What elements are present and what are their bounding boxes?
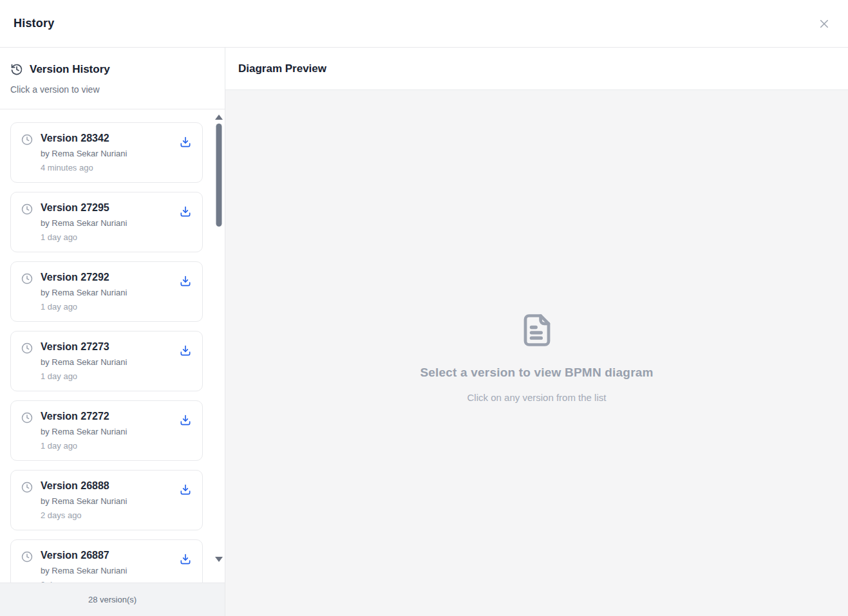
download-button[interactable] [178,552,193,567]
clock-icon [21,481,33,493]
empty-state-title: Select a version to view BPMN diagram [420,366,653,380]
version-history-header: Version History Click a version to view [0,48,225,109]
preview-content: Select a version to view BPMN diagram Cl… [225,90,848,616]
download-icon [179,414,192,427]
version-time: 2 days ago [41,579,178,583]
version-author: by Rema Sekar Nuriani [41,496,178,507]
panel-subtitle: Click a version to view [10,84,214,95]
version-card[interactable]: Version 27295 by Rema Sekar Nuriani 1 da… [10,192,203,252]
version-card[interactable]: Version 28342 by Rema Sekar Nuriani 4 mi… [10,122,203,183]
version-title: Version 27292 [41,271,178,284]
version-title: Version 28342 [41,132,178,145]
version-time: 1 day ago [41,371,178,382]
version-time: 2 days ago [41,510,178,521]
download-icon [179,344,192,357]
file-text-icon [520,313,554,348]
version-author: by Rema Sekar Nuriani [41,148,178,159]
version-title: Version 27273 [41,341,178,353]
scrollbar-thumb[interactable] [216,124,222,227]
version-author: by Rema Sekar Nuriani [41,357,178,368]
download-icon [179,483,192,496]
download-button[interactable] [178,204,193,219]
version-time: 1 day ago [41,301,178,312]
download-icon [179,553,192,566]
version-time: 1 day ago [41,232,178,243]
clock-icon [21,203,33,215]
diagram-preview-panel: Diagram Preview Select a version to view… [225,48,848,616]
preview-title: Diagram Preview [238,62,326,75]
download-button[interactable] [178,135,193,150]
clock-icon [21,412,33,424]
scroll-up-arrow[interactable] [215,115,223,120]
version-title: Version 26888 [41,480,178,492]
modal-body: Version History Click a version to view … [0,48,848,616]
version-history-panel: Version History Click a version to view … [0,48,225,616]
clock-icon [21,551,33,563]
version-title: Version 27295 [41,201,178,214]
version-card[interactable]: Version 26888 by Rema Sekar Nuriani 2 da… [10,470,203,530]
history-modal: History Ve [0,0,848,616]
empty-state-subtitle: Click on any version from the list [467,392,607,403]
modal-header: History [0,0,848,48]
download-icon [179,205,192,218]
panel-title: Version History [30,63,110,76]
scroll-down-arrow[interactable] [215,557,223,562]
modal-title: History [14,17,54,30]
close-button[interactable] [816,15,833,32]
download-button[interactable] [178,343,193,359]
download-icon [179,275,192,288]
version-author: by Rema Sekar Nuriani [41,426,178,437]
version-title: Version 27272 [41,410,178,423]
history-icon [10,63,23,76]
version-title: Version 26887 [41,549,178,562]
version-time: 4 minutes ago [41,162,178,173]
version-time: 1 day ago [41,440,178,451]
clock-icon [21,273,33,285]
clock-icon [21,134,33,145]
version-author: by Rema Sekar Nuriani [41,218,178,229]
scrollbar [215,113,223,583]
version-card[interactable]: Version 27272 by Rema Sekar Nuriani 1 da… [10,400,203,461]
clock-icon [21,342,33,354]
download-button[interactable] [178,482,193,498]
version-count: 28 version(s) [88,595,137,604]
download-button[interactable] [178,413,193,428]
preview-header: Diagram Preview [225,48,848,90]
version-author: by Rema Sekar Nuriani [41,565,178,576]
version-card[interactable]: Version 26887 by Rema Sekar Nuriani 2 da… [10,539,203,583]
empty-state: Select a version to view BPMN diagram Cl… [420,313,653,403]
version-count-footer: 28 version(s) [0,583,225,616]
version-card[interactable]: Version 27273 by Rema Sekar Nuriani 1 da… [10,331,203,391]
download-icon [179,136,192,149]
download-button[interactable] [178,274,193,289]
version-card[interactable]: Version 27292 by Rema Sekar Nuriani 1 da… [10,261,203,322]
x-icon [818,18,830,30]
version-author: by Rema Sekar Nuriani [41,287,178,298]
version-list: Version 28342 by Rema Sekar Nuriani 4 mi… [0,109,225,583]
